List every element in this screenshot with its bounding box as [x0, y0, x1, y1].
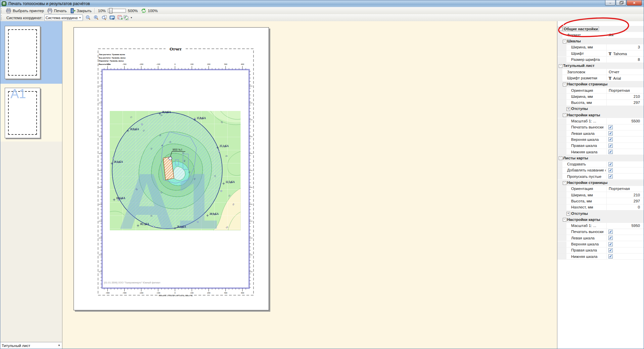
checkbox-checked[interactable]: ✓	[608, 168, 613, 172]
collapse-icon[interactable]: -	[559, 27, 562, 31]
property-row[interactable]: Ширина, мм3	[557, 44, 644, 50]
property-row[interactable]: Верхняя шкала✓	[557, 241, 644, 247]
frames-dropdown-arrow-icon[interactable]: ▼	[130, 16, 133, 19]
toolbar-grip[interactable]	[1, 8, 3, 13]
refresh-zoom-icon[interactable]	[141, 8, 146, 13]
zoom-out-icon[interactable]	[85, 15, 91, 21]
property-value[interactable]: A4	[609, 33, 613, 37]
property-value[interactable]: Портретная	[609, 88, 630, 92]
zoom-page-icon[interactable]	[101, 15, 107, 21]
toolbar-grip2[interactable]	[1, 15, 3, 20]
property-row[interactable]: Шрифт разметкиTArial	[557, 75, 644, 81]
property-row[interactable]: Нижняя шкала✓	[557, 149, 644, 155]
property-font-value[interactable]: TArial	[609, 76, 621, 81]
expand-icon[interactable]: +	[566, 212, 570, 216]
checkbox-checked[interactable]: ✓	[608, 254, 613, 259]
close-preview-button[interactable]: Закрыть	[68, 7, 93, 14]
property-row[interactable]: Печатать выноски✓	[557, 229, 644, 235]
titlebar[interactable]: Печать топоосновы и результатов расчётов…	[0, 0, 644, 7]
add-frames-icon[interactable]	[118, 15, 123, 21]
property-row[interactable]: Пропускать пустые✓	[557, 173, 644, 180]
sheet-combo-arrow-icon[interactable]: ▼	[56, 344, 62, 347]
property-value[interactable]: 5500	[631, 119, 640, 123]
property-group-row[interactable]: +Отступы	[557, 106, 644, 112]
collapse-icon[interactable]: -	[559, 64, 562, 68]
checkbox-checked[interactable]: ✓	[608, 150, 613, 154]
property-row[interactable]: Нахлест, мм0	[557, 204, 644, 210]
thumbnail-title-page[interactable]	[0, 21, 62, 84]
property-value[interactable]: Портретная	[609, 187, 630, 191]
property-group-row[interactable]: -Настройки страницы	[557, 81, 644, 87]
close-button[interactable]: ✕	[627, 0, 642, 6]
checkbox-checked[interactable]: ✓	[608, 248, 613, 253]
property-group-row[interactable]: +Отступы	[557, 210, 644, 217]
property-value[interactable]: 3	[638, 45, 640, 49]
preview-canvas[interactable]: -400-400-300-300-200-200-100-10000100100…	[62, 21, 557, 349]
property-row[interactable]: ШрифтTTahoma	[557, 50, 644, 56]
property-row[interactable]: Добавлять название ст✓	[557, 167, 644, 173]
checkbox-checked[interactable]: ✓	[608, 236, 613, 240]
select-printer-button[interactable]: Выбрать принтер	[4, 7, 46, 14]
collapse-icon[interactable]: -	[563, 218, 566, 222]
property-row[interactable]: Масштаб 1: ...5950	[557, 223, 644, 229]
property-value[interactable]: Отчет	[609, 70, 619, 74]
property-value[interactable]: 0	[638, 205, 640, 209]
property-row[interactable]: Верхняя шкала✓	[557, 137, 644, 143]
collapse-icon[interactable]: -	[559, 156, 562, 160]
property-row[interactable]: ФорматA4	[557, 32, 644, 38]
collapse-icon[interactable]: -	[563, 83, 566, 86]
property-value[interactable]: 210	[634, 94, 640, 99]
property-group-row[interactable]: -Титульный лист	[557, 63, 644, 69]
checkbox-checked[interactable]: ✓	[608, 125, 613, 129]
property-row[interactable]: Создавать✓	[557, 161, 644, 167]
property-row[interactable]: Ширина, мм210	[557, 93, 644, 100]
checkbox-checked[interactable]: ✓	[608, 137, 613, 142]
property-row[interactable]: Высота, мм297	[557, 198, 644, 204]
thumbnail-map-sheet-page[interactable]: A1	[5, 88, 40, 138]
property-group-row[interactable]: -Общие настройки	[557, 26, 644, 32]
sheet-selector-combo[interactable]: Титульный лист ▼	[0, 342, 62, 349]
property-group-row[interactable]: -Листы карты	[557, 155, 644, 161]
checkbox-checked[interactable]: ✓	[608, 162, 613, 166]
property-row[interactable]: Высота, мм297	[557, 100, 644, 106]
coord-system-select[interactable]: Система координат пр ▼	[44, 14, 83, 21]
checkbox-checked[interactable]: ✓	[608, 174, 613, 179]
property-group-row[interactable]: -Настройки карты	[557, 112, 644, 118]
checkbox-checked[interactable]: ✓	[608, 144, 613, 148]
property-value[interactable]: 8	[638, 57, 640, 62]
print-button[interactable]: Печать	[46, 7, 68, 14]
property-row[interactable]: Левая шкала✓	[557, 130, 644, 137]
collapse-icon[interactable]: -	[563, 40, 566, 43]
checkbox-checked[interactable]: ✓	[608, 242, 613, 246]
minimize-button[interactable]: –	[605, 0, 615, 6]
property-row[interactable]: Правая шкала✓	[557, 143, 644, 149]
restore-button[interactable]	[616, 0, 626, 6]
property-font-value[interactable]: TTahoma	[609, 51, 627, 56]
thumbnail-title-page-sheet[interactable]	[5, 26, 40, 79]
property-row[interactable]: Печатать выноски✓	[557, 124, 644, 130]
property-group-row[interactable]: -Шкалы	[557, 38, 644, 44]
property-group-row[interactable]: -Настройки карты	[557, 217, 644, 223]
zoom-slider-thumb[interactable]	[109, 8, 112, 13]
property-group-row[interactable]: -Настройки страницы	[557, 180, 644, 186]
property-row[interactable]: Масштаб 1: ...5500	[557, 118, 644, 124]
property-row[interactable]: Ширина, мм210	[557, 192, 644, 198]
thumbnail-map-sheet[interactable]: A1	[0, 84, 62, 142]
checkbox-checked[interactable]: ✓	[608, 230, 613, 234]
property-row[interactable]: ЗаголовокОтчет	[557, 69, 644, 75]
zoom-slider[interactable]	[108, 9, 126, 12]
property-value[interactable]: 210	[634, 193, 640, 197]
property-value[interactable]: 5950	[631, 224, 640, 228]
collapse-icon[interactable]: -	[563, 113, 566, 117]
expand-icon[interactable]: +	[566, 107, 570, 111]
property-row[interactable]: ОриентацияПортретная	[557, 87, 644, 93]
property-row[interactable]: ОриентацияПортретная	[557, 186, 644, 192]
collapse-icon[interactable]: -	[563, 181, 566, 185]
frames-options-button[interactable]: ▼	[123, 14, 133, 21]
combo-arrow-icon[interactable]: ▼	[78, 15, 82, 21]
checkbox-checked[interactable]: ✓	[608, 131, 613, 135]
property-row[interactable]: Нижняя шкала✓	[557, 254, 644, 260]
property-value[interactable]: 297	[634, 101, 640, 105]
zoom-in-icon[interactable]	[93, 15, 99, 21]
fit-screen-icon[interactable]	[109, 15, 115, 21]
